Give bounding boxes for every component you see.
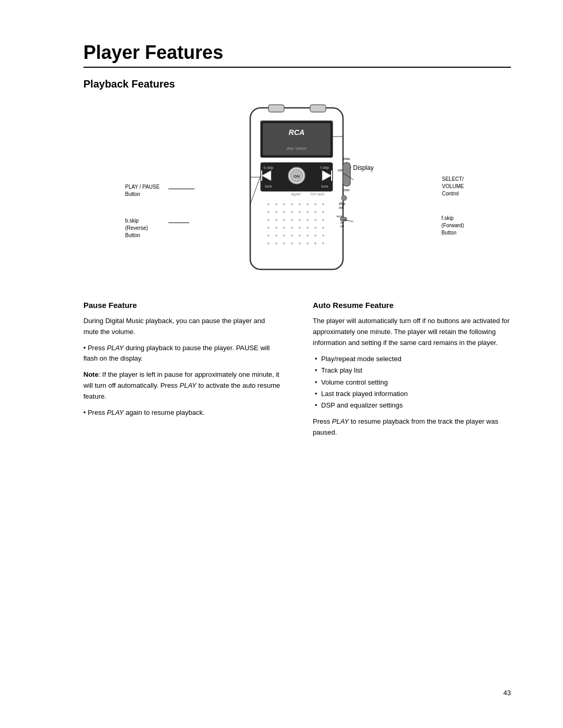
svg-point-39 (322, 203, 324, 205)
bskip-line (168, 223, 189, 223)
svg-point-76 (299, 242, 301, 244)
svg-point-75 (291, 242, 293, 244)
svg-text:off: off (340, 225, 344, 228)
svg-text:lock: lock (337, 215, 343, 218)
svg-point-44 (299, 211, 301, 213)
page-title: Player Features (83, 42, 511, 68)
bullet-item: Volume control setting (313, 377, 511, 388)
svg-point-32 (267, 203, 270, 205)
pause-feature-note: Note: If the player is left in pause for… (83, 369, 282, 402)
svg-point-63 (322, 227, 324, 229)
svg-point-40 (267, 211, 270, 213)
svg-text:play / pause: play / pause (287, 146, 307, 151)
svg-text:tune: tune (265, 184, 272, 188)
features-row: Pause Feature During Digital Music playb… (83, 301, 511, 443)
svg-point-47 (322, 211, 324, 213)
svg-point-74 (283, 242, 285, 244)
label-fskip: f.skip (Forward) Button (442, 215, 464, 237)
pause-feature-para1: During Digital Music playback, you can p… (83, 316, 282, 338)
auto-resume-para1: The player will automatically turn off i… (313, 316, 511, 348)
bullet-item: Track play list (313, 365, 511, 376)
pause-feature-bullet2: • Press PLAY again to resume playback. (83, 408, 282, 418)
svg-point-58 (283, 227, 285, 229)
svg-text:digital ·: digital · (291, 192, 302, 196)
svg-text:vol: vol (338, 168, 342, 172)
svg-rect-3 (343, 163, 350, 186)
svg-point-52 (299, 219, 301, 221)
svg-text:f.skip: f.skip (321, 166, 329, 170)
svg-point-69 (307, 235, 309, 237)
label-play-pause: PLAY / PAUSE Button (125, 183, 160, 198)
auto-resume-bullets: Play/repeat mode selected Track play lis… (313, 353, 511, 411)
svg-point-43 (291, 211, 293, 213)
svg-text:/off: /off (339, 206, 344, 209)
svg-text:RCA: RCA (289, 128, 304, 137)
svg-point-61 (307, 227, 309, 229)
svg-point-72 (267, 242, 270, 244)
svg-text:tune: tune (321, 184, 328, 188)
svg-point-35 (291, 203, 293, 205)
svg-point-54 (314, 219, 316, 221)
svg-point-77 (307, 242, 309, 244)
device-svg: max vol min stop /off lock on off RCA pl… (219, 103, 375, 280)
pause-feature-heading: Pause Feature (83, 301, 282, 310)
page-number: 43 (504, 689, 511, 697)
svg-point-38 (314, 203, 316, 205)
svg-point-46 (314, 211, 316, 213)
svg-text:stop: stop (339, 202, 346, 206)
svg-point-71 (322, 235, 324, 237)
svg-point-42 (283, 211, 285, 213)
auto-resume-para2: Press PLAY to resume playback from the t… (313, 416, 511, 438)
svg-point-57 (275, 227, 277, 229)
svg-point-48 (267, 219, 270, 221)
svg-point-49 (275, 219, 277, 221)
bullet-item: DSP and equalizer settings (313, 400, 511, 411)
svg-point-67 (291, 235, 293, 237)
bullet-item: Last track played information (313, 388, 511, 400)
svg-rect-1 (268, 105, 284, 112)
svg-point-70 (314, 235, 316, 237)
auto-resume-col: Auto Resume Feature The player will auto… (313, 301, 511, 443)
svg-point-45 (307, 211, 309, 213)
svg-text:on: on (340, 221, 344, 224)
svg-point-37 (307, 203, 309, 205)
svg-point-36 (299, 203, 301, 205)
bullet-item: Play/repeat mode selected (313, 353, 511, 365)
svg-point-34 (283, 203, 285, 205)
svg-point-50 (283, 219, 285, 221)
svg-point-33 (275, 203, 277, 205)
svg-point-41 (275, 211, 277, 213)
svg-point-59 (291, 227, 293, 229)
pause-feature-col: Pause Feature During Digital Music playb… (83, 301, 282, 443)
page-container: Player Features Playback Features PLAY /… (0, 0, 563, 728)
svg-point-73 (275, 242, 277, 244)
svg-text:FM radio: FM radio (310, 192, 325, 196)
svg-point-78 (314, 242, 316, 244)
label-select-volume: SELECT/ VOLUME Control (442, 176, 464, 198)
svg-point-62 (314, 227, 316, 229)
svg-text:ON: ON (293, 174, 300, 179)
svg-point-68 (299, 235, 301, 237)
svg-point-55 (322, 219, 324, 221)
section-title: Playback Features (83, 78, 511, 90)
play-pause-line (168, 189, 194, 189)
device-illustration: PLAY / PAUSE Button b.skip (Reverse) But… (83, 103, 511, 280)
auto-resume-heading: Auto Resume Feature (313, 301, 511, 310)
svg-point-53 (307, 219, 309, 221)
svg-point-66 (283, 235, 285, 237)
svg-point-79 (322, 242, 324, 244)
svg-point-56 (267, 227, 270, 229)
svg-point-60 (299, 227, 301, 229)
svg-rect-2 (310, 105, 326, 112)
label-bskip: b.skip (Reverse) Button (125, 217, 148, 239)
svg-point-51 (291, 219, 293, 221)
svg-text:max: max (343, 157, 350, 161)
svg-text:b.skip: b.skip (264, 166, 273, 170)
pause-feature-bullet1: • Press PLAY during playback to pause th… (83, 343, 282, 365)
svg-point-64 (267, 235, 270, 237)
svg-text:min: min (344, 188, 349, 192)
svg-point-7 (341, 195, 347, 201)
svg-point-65 (275, 235, 277, 237)
